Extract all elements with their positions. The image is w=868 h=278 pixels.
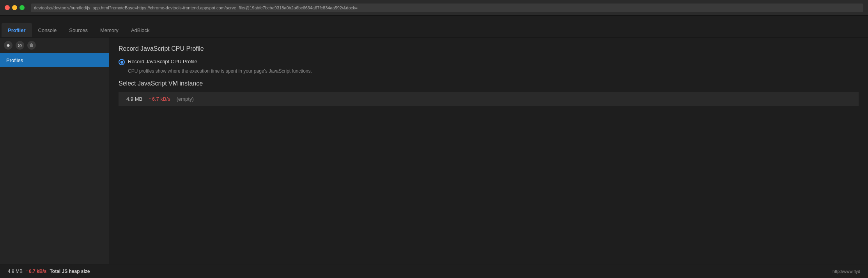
sidebar-toolbar: ● ⊘ 🗑 [0,37,109,53]
maximize-button[interactable] [19,5,25,10]
traffic-lights [5,5,25,10]
status-rate: ↑ 6.7 kB/s [26,269,46,274]
tab-console[interactable]: Console [32,23,63,37]
tab-sources[interactable]: Sources [63,23,94,37]
minimize-button[interactable] [12,5,17,10]
record-section-title: Record JavaScript CPU Profile [119,45,859,52]
vm-section-title: Select JavaScript VM instance [119,80,859,87]
stop-button[interactable]: ⊘ [16,41,24,50]
app-container: devtools://devtools/bundled/js_app.html?… [0,0,868,278]
tab-memory[interactable]: Memory [94,23,125,37]
url-bar: devtools://devtools/bundled/js_app.html?… [31,4,863,12]
sidebar: ● ⊘ 🗑 Profiles [0,37,109,264]
arrow-up-icon: ↑ [149,96,151,102]
tab-bar: Profiler Console Sources Memory AdBlock [0,16,868,37]
cpu-profile-radio[interactable] [119,59,125,65]
sidebar-item-profiles[interactable]: Profiles [0,53,109,67]
cpu-profile-description: CPU profiles show where the execution ti… [128,68,859,74]
tab-adblock[interactable]: AdBlock [125,23,156,37]
vm-instance-row[interactable]: 4.9 MB ↑ 6.7 kB/s (empty) [119,92,859,106]
profile-option: Record JavaScript CPU Profile [119,59,859,65]
close-button[interactable] [5,5,10,10]
record-button[interactable]: ● [4,41,12,50]
title-bar: devtools://devtools/bundled/js_app.html?… [0,0,868,16]
tab-profiler[interactable]: Profiler [2,23,32,37]
record-section: Record JavaScript CPU Profile Record Jav… [119,45,859,80]
delete-button[interactable]: 🗑 [27,41,36,50]
cpu-profile-label: Record JavaScript CPU Profile [128,59,197,64]
url-text: devtools://devtools/bundled/js_app.html?… [34,5,358,10]
status-memory: 4.9 MB [8,269,23,274]
vm-section: Select JavaScript VM instance 4.9 MB ↑ 6… [119,80,859,106]
vm-status: (empty) [177,96,194,102]
status-label: Total JS heap size [50,269,90,274]
vm-rate: ↑ 6.7 kB/s [149,96,170,102]
main-content: Record JavaScript CPU Profile Record Jav… [109,37,868,264]
status-arrow-icon: ↑ [26,269,28,274]
status-bar: 4.9 MB ↑ 6.7 kB/s Total JS heap size htt… [0,264,868,278]
middle-section: ● ⊘ 🗑 Profiles Record JavaScript CPU Pro… [0,37,868,264]
status-right-text: http://www.flyd [833,269,860,274]
vm-memory: 4.9 MB [126,96,142,102]
